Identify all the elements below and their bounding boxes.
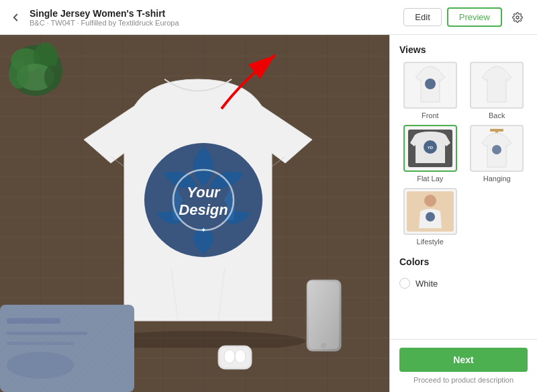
svg-rect-9	[7, 318, 60, 324]
view-thumb-lifestyle	[403, 188, 457, 235]
view-item-lifestyle[interactable]: Lifestyle	[399, 188, 461, 246]
view-label-lifestyle: Lifestyle	[417, 238, 444, 246]
svg-point-29	[224, 350, 235, 363]
views-grid: Front Back	[399, 62, 528, 246]
svg-text:✦: ✦	[201, 226, 206, 234]
header-title-group: Single Jersey Women's T-shirt B&C · TW04…	[30, 8, 403, 27]
view-label-hanging: Hanging	[483, 175, 511, 183]
view-label-back: Back	[489, 111, 505, 119]
svg-rect-8	[0, 305, 134, 392]
sidebar-scroll-area: Views Front	[390, 35, 537, 339]
view-label-front: Front	[422, 111, 439, 119]
view-item-hanging[interactable]: Hanging	[467, 125, 528, 183]
view-label-flatlay: Flat Lay	[417, 175, 443, 183]
color-label-white: White	[416, 279, 438, 289]
color-swatch-white	[399, 278, 410, 289]
view-item-front[interactable]: Front	[399, 62, 461, 119]
svg-rect-25	[309, 282, 339, 349]
view-thumb-flatlay: YD	[403, 125, 457, 172]
product-background: Your Design ✦	[0, 35, 389, 392]
back-button[interactable]	[9, 11, 21, 23]
view-thumb-front	[403, 62, 457, 109]
earbuds-prop	[215, 339, 255, 375]
color-item-white[interactable]: White	[399, 274, 528, 293]
svg-point-40	[424, 195, 436, 207]
settings-button[interactable]	[507, 7, 528, 28]
svg-text:Design: Design	[179, 201, 228, 218]
plant-decoration	[5, 40, 66, 103]
svg-point-0	[516, 16, 519, 19]
view-item-back[interactable]: Back	[467, 62, 528, 119]
image-panel: Your Design ✦	[0, 35, 389, 392]
preview-button[interactable]: Preview	[447, 7, 502, 27]
svg-point-6	[44, 65, 60, 89]
product-subtitle: B&C · TW04T · Fulfilled by Textildruck E…	[30, 19, 403, 27]
sidebar-footer: Next Proceed to product description	[390, 339, 537, 392]
header-actions: Edit Preview	[403, 7, 528, 28]
svg-text:YD: YD	[428, 146, 434, 150]
svg-rect-10	[7, 332, 87, 335]
svg-point-32	[425, 79, 436, 89]
svg-point-12	[7, 352, 74, 379]
svg-rect-36	[490, 129, 503, 132]
svg-rect-11	[7, 342, 74, 345]
view-item-flatlay[interactable]: YD Flat Lay	[399, 125, 461, 183]
header: Single Jersey Women's T-shirt B&C · TW04…	[0, 0, 537, 35]
views-section-title: Views	[399, 44, 528, 55]
svg-point-38	[492, 145, 501, 154]
main-content: Your Design ✦	[0, 35, 537, 392]
sidebar: Views Front	[389, 35, 537, 392]
edit-button[interactable]: Edit	[403, 8, 441, 26]
colors-section: Colors White	[399, 256, 528, 293]
svg-text:Your: Your	[187, 184, 221, 201]
view-thumb-hanging	[470, 125, 524, 172]
product-title: Single Jersey Women's T-shirt	[30, 8, 403, 19]
phone-prop	[305, 279, 342, 355]
next-button[interactable]: Next	[399, 348, 528, 372]
next-subtitle: Proceed to product description	[399, 376, 528, 384]
jeans-decoration	[0, 291, 134, 392]
svg-point-5	[9, 59, 29, 89]
colors-section-title: Colors	[399, 256, 528, 267]
svg-point-41	[426, 212, 435, 222]
design-overlay: Your Design ✦	[136, 133, 271, 267]
view-thumb-back	[470, 62, 524, 109]
svg-point-26	[321, 343, 326, 348]
svg-point-30	[235, 350, 246, 363]
